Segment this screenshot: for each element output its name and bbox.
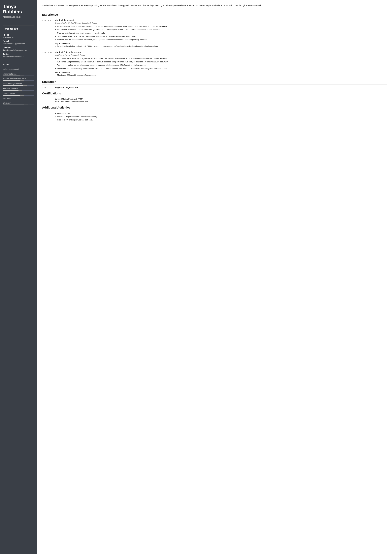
certification-entry: Basic Life Support, American Red Cross bbox=[42, 101, 387, 103]
certifications-title: Certifications bbox=[42, 92, 387, 96]
skill-bar-inner bbox=[3, 71, 34, 71]
cert-text: Basic Life Support, American Red Cross bbox=[55, 101, 88, 103]
experience-entries: 2016 - 2020Medical AssistantShawna Taylo… bbox=[42, 19, 387, 77]
skill-bar bbox=[3, 80, 34, 81]
exp-job-title: Medical Assistant bbox=[55, 19, 387, 22]
candidate-title: Medical Assistant bbox=[3, 16, 34, 18]
skill-bar-dark bbox=[20, 76, 24, 76]
phone-label: Phone bbox=[3, 34, 34, 36]
certification-entry: Certified Medical Assistant, AAMA bbox=[42, 98, 387, 100]
skill-bar-light bbox=[3, 85, 23, 86]
skill-bar-inner bbox=[3, 95, 34, 96]
skills-list: patient assessmenttaking vital signsmedi… bbox=[3, 68, 34, 107]
exp-bullet: Welcomed and processed patients on arriv… bbox=[57, 60, 387, 63]
activities-spacer bbox=[42, 112, 52, 122]
main-content: Certified Medical Assistant with 6+ year… bbox=[37, 0, 392, 554]
skill-label: efficiency bbox=[3, 102, 34, 104]
skill-item: efficiency bbox=[3, 102, 34, 105]
experience-entry: 2016 - 2020Medical AssistantShawna Taylo… bbox=[42, 19, 387, 48]
skill-item: teamwork bbox=[3, 97, 34, 100]
skill-bar-light bbox=[3, 80, 20, 81]
key-achievement-bullet: Maintained 96% positive reviews from pat… bbox=[57, 74, 387, 77]
skill-bar-dark bbox=[19, 90, 22, 91]
cert-spacer bbox=[42, 98, 52, 100]
skill-bar-inner bbox=[3, 105, 34, 105]
exp-bullets: Worked as office assistant in high-volum… bbox=[55, 57, 387, 70]
exp-bullets: Provided expert medical assistance in bu… bbox=[55, 25, 387, 41]
activity-item: Freelance typist. bbox=[57, 112, 98, 115]
skill-bar-dark bbox=[23, 85, 27, 86]
edu-school: Sugarland High School bbox=[55, 86, 78, 89]
skill-item: patient assessment bbox=[3, 68, 34, 71]
exp-content: Medical Office AssistantMedFast Network,… bbox=[55, 51, 387, 77]
skill-bar bbox=[3, 100, 34, 100]
email-value: tanyazrobbins@gmail.com bbox=[3, 43, 34, 45]
skill-item: communication bbox=[3, 92, 34, 96]
education-entry: 2014Sugarland High School bbox=[42, 86, 387, 89]
edu-year: 2014 bbox=[42, 86, 52, 89]
skill-bar-dark bbox=[20, 80, 24, 81]
skill-bar-light bbox=[3, 71, 25, 71]
skill-bar-inner bbox=[3, 85, 34, 86]
activity-item: Ride bike 70+ miles per week as self-car… bbox=[57, 118, 98, 122]
key-achievement-bullets: Maintained 96% positive reviews from pat… bbox=[55, 74, 387, 77]
certifications-entries: Certified Medical Assistant, AAMABasic L… bbox=[42, 98, 387, 103]
skill-label: medical administrative skills bbox=[3, 78, 34, 80]
skill-bar-inner bbox=[3, 90, 34, 91]
skill-item: interpersonal skills bbox=[3, 87, 34, 91]
experience-section: Experience 2016 - 2020Medical AssistantS… bbox=[42, 13, 387, 77]
activities-title: Additional Activities bbox=[42, 106, 387, 110]
activities-entry: Freelance typist.Volunteer 2x per month … bbox=[42, 112, 387, 122]
activities-list: Freelance typist.Volunteer 2x per month … bbox=[55, 112, 98, 122]
key-achievement-label: Key Achievement: bbox=[55, 42, 387, 44]
exp-bullet: Provided expert medical assistance in bu… bbox=[57, 25, 387, 28]
exp-company: MedFast Network, Pearland, Texas bbox=[55, 54, 387, 56]
summary-text: Certified Medical Assistant with 6+ year… bbox=[42, 4, 387, 10]
activities-entries: Freelance typist.Volunteer 2x per month … bbox=[42, 112, 387, 122]
linkedin-label: LinkedIn bbox=[3, 47, 34, 49]
education-title: Education bbox=[42, 80, 387, 84]
skill-bar-inner bbox=[3, 80, 34, 81]
skill-label: administering injections bbox=[3, 83, 34, 85]
key-achievement-bullets: Saved the hospital an estimated $120,000… bbox=[55, 45, 387, 48]
skill-item: medical administrative skills bbox=[3, 78, 34, 81]
skill-bar-dark bbox=[24, 105, 28, 105]
experience-title: Experience bbox=[42, 13, 387, 17]
skill-item: taking vital signs bbox=[3, 73, 34, 76]
certifications-section: Certifications Certified Medical Assista… bbox=[42, 92, 387, 103]
exp-bullet: Transmitted patient forms to insurance v… bbox=[57, 64, 387, 67]
education-section: Education 2014Sugarland High School bbox=[42, 80, 387, 89]
skill-bar bbox=[3, 71, 34, 71]
phone-value: 281-690-4769 bbox=[3, 36, 34, 38]
cert-spacer bbox=[42, 101, 52, 103]
exp-bullet: Worked as office assistant in high-volum… bbox=[57, 57, 387, 60]
key-achievement-bullet: Saved the hospital an estimated $120,000… bbox=[57, 45, 387, 48]
skill-bar-dark bbox=[25, 71, 29, 71]
skill-label: interpersonal skills bbox=[3, 87, 34, 90]
exp-dates: 2016 - 2020 bbox=[42, 19, 52, 48]
skill-bar-inner bbox=[3, 100, 34, 100]
exp-bullet: Cleaned and stocked examination rooms fo… bbox=[57, 32, 387, 35]
skill-bar-light bbox=[3, 90, 19, 91]
skills-heading: Skills bbox=[3, 61, 34, 66]
linkedin-value: linkedin.com/in/tanyazrobbins bbox=[3, 49, 34, 51]
twitter-value: twitter.com/tanyazrobbins bbox=[3, 56, 34, 58]
skill-bar bbox=[3, 105, 34, 105]
skill-bar-dark bbox=[19, 100, 22, 100]
exp-bullet: Maintained supplies inventory and restoc… bbox=[57, 67, 387, 70]
exp-bullet: Pre-certified 25% more patients than ave… bbox=[57, 28, 387, 31]
skill-bar bbox=[3, 90, 34, 91]
personal-info-heading: Personal Info bbox=[3, 25, 34, 30]
skill-label: teamwork bbox=[3, 97, 34, 99]
skill-label: taking vital signs bbox=[3, 73, 34, 75]
activities-section: Additional Activities Freelance typist.V… bbox=[42, 106, 387, 122]
sidebar: Tanya Robbins Medical Assistant Personal… bbox=[0, 0, 37, 554]
cert-text: Certified Medical Assistant, AAMA bbox=[55, 98, 83, 100]
exp-bullet: Sent and received patient records as nee… bbox=[57, 35, 387, 38]
skill-bar-light bbox=[3, 105, 24, 105]
skill-item: administering injections bbox=[3, 83, 34, 86]
skill-bar bbox=[3, 76, 34, 76]
skill-bar-light bbox=[3, 76, 20, 76]
skill-bar-inner bbox=[3, 76, 34, 76]
skill-label: patient assessment bbox=[3, 68, 34, 70]
